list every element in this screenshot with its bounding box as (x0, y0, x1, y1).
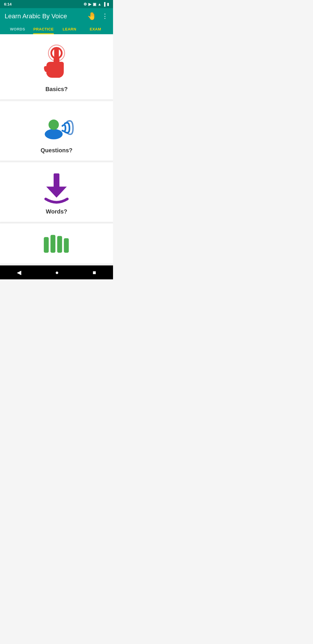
voice-person-icon (38, 110, 75, 142)
home-button[interactable]: ● (49, 267, 64, 278)
download-icon (42, 171, 71, 203)
tab-bar: WORDS PRACTICE LEARN EXAM (5, 23, 108, 34)
time-display: 6:14 (4, 2, 12, 6)
card-basics-label: Basics? (46, 86, 68, 93)
touch-icon (41, 43, 72, 81)
card-progress[interactable] (0, 224, 113, 264)
settings-icon: ⚙ (83, 2, 87, 6)
recents-button[interactable]: ■ (87, 267, 102, 278)
battery-icon: ▮ (107, 2, 109, 6)
card-questions[interactable]: Questions? (0, 101, 113, 161)
tab-learn[interactable]: LEARN (57, 23, 83, 34)
more-options-icon[interactable]: ⋮ (102, 12, 108, 20)
status-time: 6:14 (4, 2, 12, 6)
toolbar-actions: 🤚 ⋮ (87, 12, 108, 21)
sim-icon: ▣ (93, 2, 96, 6)
toolbar-top: Learn Arabic By Voice 🤚 ⋮ (5, 12, 108, 21)
tab-practice[interactable]: PRACTICE (31, 23, 57, 34)
card-list: Basics? Questions? (0, 34, 113, 264)
svg-point-3 (45, 129, 63, 140)
tab-words[interactable]: WORDS (5, 23, 31, 34)
back-button[interactable]: ◀ (11, 267, 27, 278)
play-icon: ▶ (88, 2, 91, 6)
svg-point-4 (48, 120, 59, 130)
hand-icon[interactable]: 🤚 (87, 12, 97, 21)
svg-rect-5 (54, 173, 59, 188)
card-questions-label: Questions? (41, 147, 72, 154)
bottom-nav: ◀ ● ■ (0, 265, 113, 279)
card-words[interactable]: Words? (0, 162, 113, 222)
status-bar: 6:14 ⚙ ▶ ▣ ▲ ▐ ▮ (0, 0, 113, 8)
tab-exam[interactable]: EXAM (83, 23, 109, 34)
app-title: Learn Arabic By Voice (5, 12, 67, 20)
status-icons: ⚙ ▶ ▣ ▲ ▐ ▮ (83, 2, 109, 6)
svg-rect-7 (44, 237, 49, 253)
svg-rect-9 (57, 236, 62, 253)
bars-icon (41, 232, 72, 256)
card-basics[interactable]: Basics? (0, 34, 113, 100)
svg-rect-8 (50, 235, 55, 253)
wifi-icon: ▲ (98, 2, 101, 6)
card-words-label: Words? (46, 208, 67, 215)
toolbar: Learn Arabic By Voice 🤚 ⋮ WORDS PRACTICE… (0, 8, 113, 34)
signal-icon: ▐ (103, 2, 105, 6)
svg-rect-10 (64, 238, 69, 253)
svg-marker-6 (46, 187, 67, 198)
